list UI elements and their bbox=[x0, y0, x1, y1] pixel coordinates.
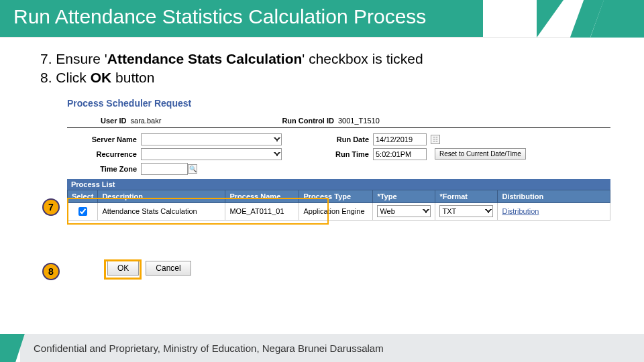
col-process-type: Process Type bbox=[299, 190, 373, 202]
ok-button[interactable]: OK bbox=[107, 261, 139, 276]
recurrence-label: Recurrence bbox=[67, 150, 141, 158]
instruction-step-7: 7. Ensure 'Attendance Stats Calculation'… bbox=[40, 50, 604, 68]
divider bbox=[67, 127, 610, 128]
process-list-header: Process List bbox=[67, 179, 610, 190]
psr-top-row: User ID sara.bakr Run Control ID 3001_T1… bbox=[101, 117, 610, 125]
col-select: Select bbox=[68, 190, 98, 202]
format-select[interactable]: TXT bbox=[439, 205, 493, 217]
step-8-num: 8. bbox=[40, 70, 56, 85]
table-row: Attendance Stats Calculation MOE_AT011_0… bbox=[68, 202, 610, 220]
slide-title-bar: Run Attendance Statistics Calculation Pr… bbox=[0, 0, 644, 38]
step-7-text-a: Ensure ' bbox=[56, 51, 107, 66]
instructions: 7. Ensure 'Attendance Stats Calculation'… bbox=[0, 38, 644, 95]
step-7-num: 7. bbox=[40, 51, 56, 66]
psr-heading: Process Scheduler Request bbox=[67, 98, 610, 109]
server-name-select[interactable] bbox=[141, 133, 282, 145]
col-description: Description bbox=[98, 190, 225, 202]
distribution-link[interactable]: Distribution bbox=[502, 207, 539, 215]
col-distribution: Distribution bbox=[498, 190, 610, 202]
col-type: Type bbox=[377, 192, 396, 200]
dialog-buttons: OK Cancel bbox=[107, 261, 610, 276]
recurrence-select[interactable] bbox=[141, 148, 282, 160]
run-time-label: Run Time bbox=[322, 150, 369, 158]
footer: Confidential and Proprietary, Ministry o… bbox=[0, 334, 644, 362]
user-id-label: User ID bbox=[101, 117, 127, 125]
col-format: Format bbox=[439, 192, 468, 200]
step-7-bold: Attendance Stats Calculation bbox=[107, 51, 303, 66]
run-time-input[interactable] bbox=[373, 148, 427, 160]
footer-text: Confidential and Proprietary, Ministry o… bbox=[20, 334, 644, 362]
process-scheduler-screenshot: Process Scheduler Request User ID sara.b… bbox=[67, 98, 610, 276]
run-date-label: Run Date bbox=[322, 135, 369, 143]
process-list-table: Select Description Process Name Process … bbox=[67, 190, 610, 221]
calendar-icon[interactable]: ☷ bbox=[431, 135, 440, 144]
step-7-text-b: ' checkbox is ticked bbox=[302, 51, 423, 66]
lookup-icon[interactable]: 🔍 bbox=[188, 164, 197, 174]
col-process-name: Process Name bbox=[225, 190, 299, 202]
reset-button[interactable]: Reset to Current Date/Time bbox=[435, 148, 526, 160]
row-process-type: Application Engine bbox=[299, 202, 373, 220]
step-8-bold: OK bbox=[91, 70, 112, 85]
cancel-button[interactable]: Cancel bbox=[146, 261, 191, 276]
step-8-text-b: button bbox=[111, 70, 154, 85]
table-header-row: Select Description Process Name Process … bbox=[68, 190, 610, 202]
time-zone-label: Time Zone bbox=[67, 165, 141, 173]
step-8-text-a: Click bbox=[56, 70, 90, 85]
time-zone-input[interactable] bbox=[141, 163, 188, 175]
title-decor bbox=[483, 0, 644, 38]
instruction-step-8: 8. Click OK button bbox=[40, 68, 604, 87]
run-control-id-value: 3001_T1510 bbox=[338, 117, 380, 125]
row-process-name: MOE_AT011_01 bbox=[225, 202, 299, 220]
attendance-stats-checkbox[interactable] bbox=[78, 207, 87, 216]
user-id-value: sara.bakr bbox=[131, 117, 162, 125]
run-date-input[interactable] bbox=[373, 133, 427, 145]
server-name-label: Server Name bbox=[67, 135, 141, 143]
callout-8: 8 bbox=[42, 263, 60, 280]
callout-7: 7 bbox=[42, 198, 60, 216]
slide-title: Run Attendance Statistics Calculation Pr… bbox=[0, 0, 483, 37]
row-description: Attendance Stats Calculation bbox=[98, 202, 225, 220]
run-control-id-label: Run Control ID bbox=[282, 117, 334, 125]
type-select[interactable]: Web bbox=[377, 205, 431, 217]
